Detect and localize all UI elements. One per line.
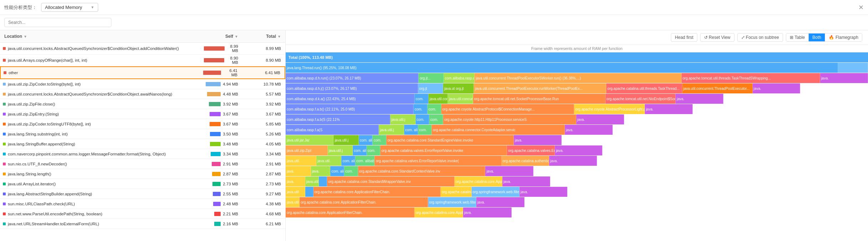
flame-block[interactable]: [319, 176, 327, 186]
table-row[interactable]: other 6.41 MB 6.41 MB: [0, 66, 285, 79]
flame-block[interactable]: java.: [286, 166, 311, 176]
table-view-button[interactable]: ⊞ Table: [786, 34, 809, 41]
flame-block[interactable]: com.alibaba.rasp.d.h.run() (23.07%, 26.1…: [286, 73, 418, 83]
flame-block[interactable]: java.: [514, 135, 562, 145]
flame-block[interactable]: com.alibaba.rasp.d.h.j() (23.07%, 26.17 …: [286, 83, 418, 93]
table-row[interactable]: java.util.ArrayList.iterator() 2.73 MB 2…: [0, 179, 285, 189]
flame-block[interactable]: java.: [820, 73, 868, 83]
table-row[interactable]: java.net.URLStreamHandler.toExternalForm…: [0, 219, 285, 229]
flame-block[interactable]: java.util.jar.Jar: [286, 135, 333, 145]
flame-block[interactable]: java.util.: [316, 156, 341, 166]
flame-block[interactable]: java.util.j: [333, 135, 359, 145]
flame-block[interactable]: java.util.: [286, 156, 316, 166]
flame-block[interactable]: com. alibaba java.util.com: [355, 156, 375, 166]
flame-block[interactable]: java.: [676, 94, 723, 104]
flame-block[interactable]: org.apache.catalina.util.threads.TaskThr…: [606, 83, 682, 93]
flame-block[interactable]: com.: [415, 94, 428, 104]
flame-block[interactable]: java.util.concurrent.ThreadPoolExecutor.…: [474, 83, 606, 93]
flame-block[interactable]: org.apache.tomcat.util.net.NioEndpoint$S…: [606, 94, 676, 104]
flame-block[interactable]: java.util.concurrent.ThreadPoolExecutor.…: [682, 83, 753, 93]
flame-block[interactable]: com.: [372, 135, 386, 145]
flame-block[interactable]: [305, 187, 313, 197]
total-header[interactable]: Total ▼: [242, 32, 285, 40]
flame-block[interactable]: java.util.j: [379, 125, 404, 135]
flame-block[interactable]: org.apache.catalina.core.ApplicationFilt…: [441, 187, 471, 197]
close-button[interactable]: ✕: [858, 4, 864, 11]
search-input[interactable]: [4, 18, 111, 27]
flame-block[interactable]: java.: [753, 83, 801, 93]
flame-block[interactable]: java.: [565, 125, 613, 135]
flame-block[interactable]: org.apache.catalina.core.ApplicationFilt…: [286, 207, 415, 217]
flame-block[interactable]: org.apache.catalina.core.StandardWrapper…: [327, 176, 455, 186]
flame-block[interactable]: org.apache.catalina.core.StandardContext…: [358, 166, 486, 176]
flame-block[interactable]: org.apache.catalina.valves.ErrorReportVa…: [375, 156, 501, 166]
flame-block[interactable]: java.: [576, 114, 624, 124]
flame-block[interactable]: com.: [429, 114, 443, 124]
table-row[interactable]: java.util.zip.ZipEntry.(String) 3.67 MB …: [0, 109, 285, 119]
flame-block[interactable]: com.: [416, 114, 430, 124]
flame-block[interactable]: java.util: [286, 197, 300, 207]
flame-block[interactable]: java.: [555, 145, 603, 155]
table-row[interactable]: java.lang.AbstractStringBuilder.append(S…: [0, 189, 285, 199]
flame-block[interactable]: org.apache.catalina.valves.ErrorReportVa…: [507, 145, 555, 155]
flame-block[interactable]: org.apache.tomcat.util.net.SocketProcess…: [473, 94, 606, 104]
table-row[interactable]: java.util.zip.ZipFile.close() 3.92 MB 3.…: [0, 99, 285, 109]
flame-block[interactable]: com. alil: [330, 166, 344, 176]
flame-block[interactable]: java.: [286, 176, 305, 186]
flame-block[interactable]: java.util.j: [390, 114, 416, 124]
flame-block[interactable]: com. alil: [353, 145, 367, 155]
flame-block[interactable]: org.apache.catalina.core.StandardEngineV…: [386, 135, 514, 145]
flame-block[interactable]: com.alibaba.rasp.f.a.b() (22.11%, 25.0 M…: [286, 104, 413, 114]
focus-subtree-button[interactable]: ⤢ Focus on subtree: [737, 33, 783, 42]
flame-block[interactable]: org.springframework.web.filter.OncePerRe…: [472, 187, 520, 197]
flamegraph-view-button[interactable]: 🔥 Flamegraph: [825, 34, 862, 41]
flame-block[interactable]: org.apache.tomcat.util.threads.TaskThrea…: [682, 73, 820, 83]
flame-total-row[interactable]: Total (100%, 113.48 MB): [286, 52, 868, 62]
flame-block[interactable]: java.util.concurrent.Sched...: [428, 94, 448, 104]
flame-block[interactable]: com. alil: [341, 156, 355, 166]
flame-block[interactable]: com. alil: [404, 125, 418, 135]
flame-block[interactable]: java.: [485, 166, 533, 176]
flame-block[interactable]: com.: [427, 104, 441, 114]
profile-type-dropdown[interactable]: Allocated Memory ▼: [41, 3, 98, 12]
table-row[interactable]: sun.nio.cs.UTF_8.newDecoder() 2.91 MB 2.…: [0, 159, 285, 169]
flame-block[interactable]: com.: [344, 166, 358, 176]
flame-block[interactable]: org.apache.coyote.http11.Http11Processor…: [443, 114, 576, 124]
table-row[interactable]: com.navercorp.pinpoint.common.arms.logge…: [0, 149, 285, 159]
flame-block[interactable]: java.util: [286, 187, 305, 197]
flame-block[interactable]: org.apache.catalina.core.ApplicationFilt…: [455, 176, 502, 186]
flame-block[interactable]: java.util.: [305, 176, 319, 186]
table-row[interactable]: java.util.zip.ZipCoder.toStringUTF8(byte…: [0, 119, 285, 129]
flame-block[interactable]: org.apache.catalina.valves.ErrorReportVa…: [380, 145, 507, 155]
table-row[interactable]: java.lang.String.length() 2.87 MB 2.87 M…: [0, 169, 285, 179]
flame-block[interactable]: com.alibaba.rasp.f.a(S: [286, 125, 379, 135]
flame-block[interactable]: org.springframework.web.filter.Character…: [428, 197, 476, 207]
flame-block[interactable]: java.: [645, 104, 693, 114]
flame-block[interactable]: java.: [520, 187, 567, 197]
table-row[interactable]: sun.misc.URLClassPath.check(URL) 2.48 MB…: [0, 199, 285, 209]
flame-block[interactable]: org.apache.catalina.core.ApplicationFilt…: [313, 187, 441, 197]
head-first-button[interactable]: Head first: [671, 33, 697, 42]
location-header[interactable]: Location ▼: [0, 32, 200, 40]
table-row[interactable]: java.util.Arrays.copyOfRange(char[], int…: [0, 55, 285, 66]
flame-block[interactable]: java.util.zip.ZipI: [286, 145, 328, 155]
table-row[interactable]: sun.net.www.ParseUtil.encodePath(String,…: [0, 209, 285, 219]
flame-block[interactable]: com.: [418, 125, 432, 135]
flame-block[interactable]: org.apache.catalina.connector.CoyoteAdap…: [432, 125, 565, 135]
reset-view-button[interactable]: ↺ Reset View: [700, 33, 734, 42]
flame-block[interactable]: java.ut org.jt: [443, 83, 474, 93]
table-row[interactable]: java.util.concurrent.locks.AbstractQueue…: [0, 89, 285, 99]
table-row[interactable]: java.lang.StringBuffer.append(String) 3.…: [0, 139, 285, 149]
flame-block[interactable]: org.jt...: [418, 73, 444, 83]
flame-block[interactable]: com.alibaba.rasp.d.k.a() (22.43%, 25.4 M…: [286, 94, 415, 104]
flame-block[interactable]: java.util.concurrent.ThreadPoolExecutorS…: [475, 73, 681, 83]
flame-block[interactable]: java.util.j: [328, 145, 353, 155]
both-view-button[interactable]: Both: [809, 34, 825, 41]
flame-block[interactable]: java.: [476, 197, 525, 207]
flame-block[interactable]: java.: [549, 156, 597, 166]
flame-block[interactable]: org.apache.coyote.AbstractProtocol$Conne…: [441, 104, 574, 114]
flame-block[interactable]: com.alibaba.rasp.d.j.b(): [444, 73, 475, 83]
flame-block[interactable]: org.apache.coyote.AbstractProcessorLight…: [574, 104, 645, 114]
table-row[interactable]: java.lang.String.substring(int, int) 3.5…: [0, 129, 285, 139]
flame-block[interactable]: com.alibaba.rasp.f.a.b(S (22.11%: [286, 114, 390, 124]
